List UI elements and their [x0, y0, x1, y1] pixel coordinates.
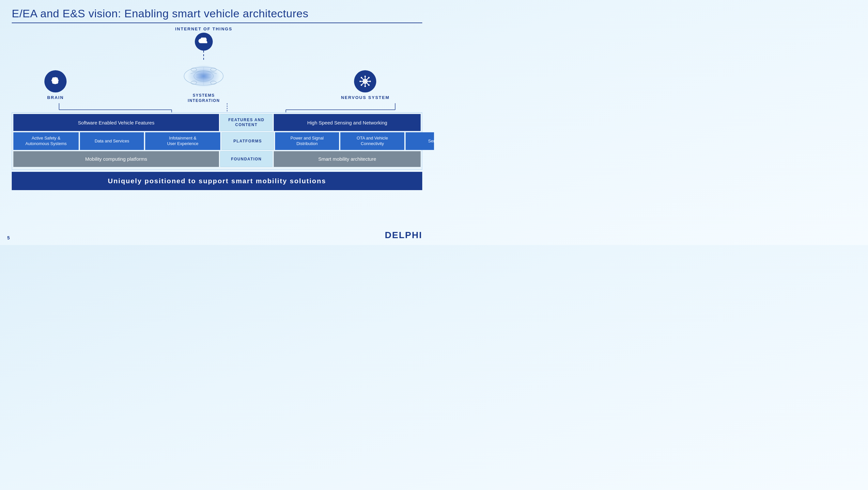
grid-section: Software Enabled Vehicle Features FEATUR…: [12, 112, 422, 170]
ota-connectivity-block: OTA and Vehicle Connectivity: [340, 132, 404, 150]
svg-point-17: [365, 86, 366, 87]
platforms-row: Active Safety & Autonomous Systems Data …: [13, 132, 421, 150]
car-container: [171, 60, 236, 92]
cloud-icon: [198, 37, 210, 46]
svg-point-22: [368, 77, 370, 78]
foundation-label: FOUNDATION: [220, 151, 273, 167]
sensing-block: Sensing: [406, 132, 434, 150]
infotainment-block: Infotainment & User Experience: [145, 132, 220, 150]
bottom-banner: Uniquely positioned to support smart mob…: [12, 172, 422, 190]
cloud-to-car-line: [203, 51, 204, 60]
brain-item: BRAIN: [44, 70, 67, 100]
page-title: E/EA and E&S vision: Enabling smart vehi…: [12, 7, 422, 20]
page-number: 5: [7, 235, 10, 240]
svg-point-19: [369, 81, 371, 82]
software-features-block: Software Enabled Vehicle Features: [13, 114, 219, 131]
brain-icon-circle: [44, 70, 67, 92]
foundation-row: Mobility computing platforms FOUNDATION …: [13, 151, 421, 167]
power-signal-block: Power and Signal Distribution: [275, 132, 339, 150]
icons-row: BRAIN INTERNET OF THINGS: [12, 23, 422, 103]
systems-integration-label: SYSTEMSINTEGRATION: [188, 93, 220, 103]
high-speed-sensing-block: High Speed Sensing and Networking: [274, 114, 421, 131]
connector-lines-svg: [12, 103, 422, 112]
mobility-computing-block: Mobility computing platforms: [13, 151, 219, 167]
car-illustration: [171, 61, 236, 91]
features-content-label: FEATURES AND CONTENT: [220, 114, 273, 131]
svg-point-23: [361, 84, 363, 86]
svg-point-16: [365, 76, 366, 78]
center-section: INTERNET OF THINGS: [67, 26, 341, 103]
svg-point-21: [368, 84, 370, 86]
svg-point-18: [360, 81, 361, 82]
delphi-logo: DELPHI: [385, 230, 422, 240]
nervous-system-icon: [359, 75, 371, 88]
brain-icon: [49, 75, 62, 88]
data-services-block: Data and Services: [80, 132, 144, 150]
iot-label: INTERNET OF THINGS: [175, 26, 232, 31]
platforms-label: PLATFORMS: [222, 132, 274, 150]
svg-point-20: [361, 77, 363, 78]
brain-label: BRAIN: [47, 95, 64, 100]
features-row: Software Enabled Vehicle Features FEATUR…: [13, 114, 421, 131]
active-safety-block: Active Safety & Autonomous Systems: [13, 132, 79, 150]
nervous-system-label: NERVOUS SYSTEM: [341, 95, 390, 100]
cloud-icon-circle: [195, 33, 213, 51]
nervous-system-item: NERVOUS SYSTEM: [341, 70, 390, 100]
nervous-system-icon-circle: [354, 70, 376, 92]
smart-mobility-block: Smart mobility architecture: [274, 151, 421, 167]
